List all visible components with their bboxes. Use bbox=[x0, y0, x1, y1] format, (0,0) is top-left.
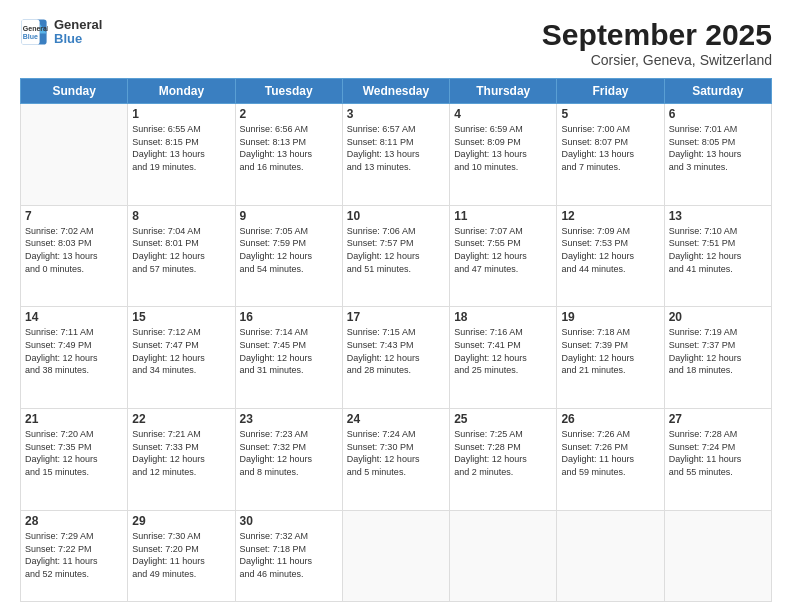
cell-info-line: and 3 minutes. bbox=[669, 161, 767, 174]
cell-info-line: Daylight: 12 hours bbox=[240, 250, 338, 263]
table-row: 12Sunrise: 7:09 AMSunset: 7:53 PMDayligh… bbox=[557, 205, 664, 307]
day-number: 4 bbox=[454, 107, 552, 121]
cell-info-line: Sunrise: 7:23 AM bbox=[240, 428, 338, 441]
logo-text: General Blue bbox=[54, 18, 102, 47]
cell-info-line: and 52 minutes. bbox=[25, 568, 123, 581]
table-row: 21Sunrise: 7:20 AMSunset: 7:35 PMDayligh… bbox=[21, 409, 128, 511]
cell-info-line: Sunrise: 7:09 AM bbox=[561, 225, 659, 238]
cell-info-line: and 10 minutes. bbox=[454, 161, 552, 174]
cell-info-line: Daylight: 13 hours bbox=[561, 148, 659, 161]
table-row bbox=[557, 510, 664, 601]
cell-info-line: Sunrise: 7:05 AM bbox=[240, 225, 338, 238]
cell-info-line: and 16 minutes. bbox=[240, 161, 338, 174]
table-row: 8Sunrise: 7:04 AMSunset: 8:01 PMDaylight… bbox=[128, 205, 235, 307]
cell-info-line: and 28 minutes. bbox=[347, 364, 445, 377]
day-number: 2 bbox=[240, 107, 338, 121]
cell-info-line: Sunset: 8:07 PM bbox=[561, 136, 659, 149]
cell-info-line: Sunset: 8:11 PM bbox=[347, 136, 445, 149]
table-row bbox=[450, 510, 557, 601]
col-wednesday: Wednesday bbox=[342, 79, 449, 104]
cell-info-line: Sunset: 7:51 PM bbox=[669, 237, 767, 250]
col-sunday: Sunday bbox=[21, 79, 128, 104]
calendar-title: September 2025 bbox=[542, 18, 772, 52]
cell-info-line: and 2 minutes. bbox=[454, 466, 552, 479]
cell-info-line: Sunrise: 7:07 AM bbox=[454, 225, 552, 238]
cell-info-line: Daylight: 13 hours bbox=[347, 148, 445, 161]
cell-info-line: and 5 minutes. bbox=[347, 466, 445, 479]
cell-info-line: Daylight: 11 hours bbox=[25, 555, 123, 568]
svg-rect-2 bbox=[21, 20, 39, 45]
page: General Blue General Blue September 2025… bbox=[0, 0, 792, 612]
table-row: 6Sunrise: 7:01 AMSunset: 8:05 PMDaylight… bbox=[664, 104, 771, 206]
cell-info-line: Daylight: 12 hours bbox=[347, 250, 445, 263]
table-row: 25Sunrise: 7:25 AMSunset: 7:28 PMDayligh… bbox=[450, 409, 557, 511]
day-number: 21 bbox=[25, 412, 123, 426]
cell-info-line: and 57 minutes. bbox=[132, 263, 230, 276]
svg-text:General: General bbox=[23, 25, 48, 32]
table-row bbox=[342, 510, 449, 601]
cell-info-line: Sunset: 7:26 PM bbox=[561, 441, 659, 454]
cell-info-line: Daylight: 12 hours bbox=[132, 250, 230, 263]
cell-info-line: and 59 minutes. bbox=[561, 466, 659, 479]
table-row: 7Sunrise: 7:02 AMSunset: 8:03 PMDaylight… bbox=[21, 205, 128, 307]
table-row: 16Sunrise: 7:14 AMSunset: 7:45 PMDayligh… bbox=[235, 307, 342, 409]
col-thursday: Thursday bbox=[450, 79, 557, 104]
day-number: 27 bbox=[669, 412, 767, 426]
day-number: 11 bbox=[454, 209, 552, 223]
cell-info-line: Daylight: 13 hours bbox=[454, 148, 552, 161]
cell-info-line: Sunset: 7:49 PM bbox=[25, 339, 123, 352]
col-friday: Friday bbox=[557, 79, 664, 104]
table-row: 5Sunrise: 7:00 AMSunset: 8:07 PMDaylight… bbox=[557, 104, 664, 206]
table-row: 14Sunrise: 7:11 AMSunset: 7:49 PMDayligh… bbox=[21, 307, 128, 409]
cell-info-line: Daylight: 13 hours bbox=[669, 148, 767, 161]
cell-info-line: Sunset: 8:03 PM bbox=[25, 237, 123, 250]
cell-info-line: and 34 minutes. bbox=[132, 364, 230, 377]
cell-info-line: Daylight: 11 hours bbox=[240, 555, 338, 568]
col-saturday: Saturday bbox=[664, 79, 771, 104]
table-row: 23Sunrise: 7:23 AMSunset: 7:32 PMDayligh… bbox=[235, 409, 342, 511]
cell-info-line: Sunset: 7:35 PM bbox=[25, 441, 123, 454]
table-row: 15Sunrise: 7:12 AMSunset: 7:47 PMDayligh… bbox=[128, 307, 235, 409]
cell-info-line: Sunrise: 6:56 AM bbox=[240, 123, 338, 136]
calendar-table: Sunday Monday Tuesday Wednesday Thursday… bbox=[20, 78, 772, 602]
cell-info-line: Sunrise: 7:02 AM bbox=[25, 225, 123, 238]
table-row: 28Sunrise: 7:29 AMSunset: 7:22 PMDayligh… bbox=[21, 510, 128, 601]
cell-info-line: Sunrise: 7:14 AM bbox=[240, 326, 338, 339]
cell-info-line: Sunset: 8:05 PM bbox=[669, 136, 767, 149]
header: General Blue General Blue September 2025… bbox=[20, 18, 772, 68]
cell-info-line: Sunset: 7:55 PM bbox=[454, 237, 552, 250]
day-number: 30 bbox=[240, 514, 338, 528]
day-number: 26 bbox=[561, 412, 659, 426]
cell-info-line: Sunrise: 7:10 AM bbox=[669, 225, 767, 238]
cell-info-line: and 41 minutes. bbox=[669, 263, 767, 276]
cell-info-line: and 38 minutes. bbox=[25, 364, 123, 377]
table-row: 29Sunrise: 7:30 AMSunset: 7:20 PMDayligh… bbox=[128, 510, 235, 601]
cell-info-line: Sunrise: 7:04 AM bbox=[132, 225, 230, 238]
day-number: 29 bbox=[132, 514, 230, 528]
cell-info-line: Daylight: 12 hours bbox=[132, 453, 230, 466]
table-row: 1Sunrise: 6:55 AMSunset: 8:15 PMDaylight… bbox=[128, 104, 235, 206]
day-number: 17 bbox=[347, 310, 445, 324]
day-number: 1 bbox=[132, 107, 230, 121]
cell-info-line: Sunset: 7:30 PM bbox=[347, 441, 445, 454]
cell-info-line: Sunset: 8:13 PM bbox=[240, 136, 338, 149]
cell-info-line: Sunset: 7:22 PM bbox=[25, 543, 123, 556]
cell-info-line: Sunset: 7:37 PM bbox=[669, 339, 767, 352]
cell-info-line: and 25 minutes. bbox=[454, 364, 552, 377]
cell-info-line: Sunrise: 7:30 AM bbox=[132, 530, 230, 543]
table-row: 27Sunrise: 7:28 AMSunset: 7:24 PMDayligh… bbox=[664, 409, 771, 511]
cell-info-line: Sunset: 8:15 PM bbox=[132, 136, 230, 149]
day-number: 25 bbox=[454, 412, 552, 426]
cell-info-line: and 46 minutes. bbox=[240, 568, 338, 581]
cell-info-line: Sunrise: 7:32 AM bbox=[240, 530, 338, 543]
day-number: 16 bbox=[240, 310, 338, 324]
cell-info-line: Daylight: 12 hours bbox=[347, 453, 445, 466]
cell-info-line: Sunrise: 7:15 AM bbox=[347, 326, 445, 339]
cell-info-line: Sunset: 7:53 PM bbox=[561, 237, 659, 250]
table-row: 19Sunrise: 7:18 AMSunset: 7:39 PMDayligh… bbox=[557, 307, 664, 409]
cell-info-line: Daylight: 12 hours bbox=[561, 352, 659, 365]
table-row: 9Sunrise: 7:05 AMSunset: 7:59 PMDaylight… bbox=[235, 205, 342, 307]
cell-info-line: and 44 minutes. bbox=[561, 263, 659, 276]
cell-info-line: Sunrise: 7:20 AM bbox=[25, 428, 123, 441]
day-number: 6 bbox=[669, 107, 767, 121]
